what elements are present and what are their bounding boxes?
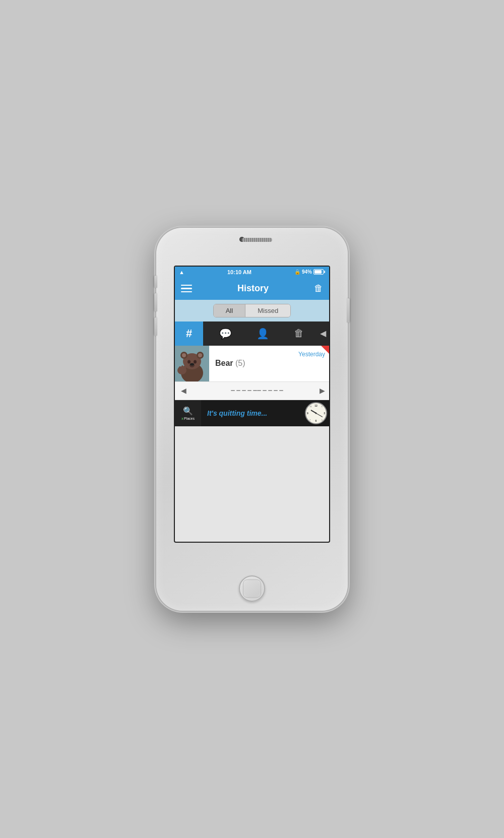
svg-point-6 [198, 353, 202, 357]
volume-up-button[interactable] [154, 293, 157, 311]
svg-rect-14 [184, 366, 186, 369]
ad-bar[interactable]: 🔍 x Places It's quitting time... 12 3 6 … [175, 400, 329, 426]
power-button[interactable] [347, 298, 350, 323]
speaker [242, 238, 272, 242]
filter-tab-missed[interactable]: Missed [245, 304, 290, 317]
logo-x: x [181, 417, 183, 420]
add-contact-icon[interactable]: 👤 [257, 328, 269, 340]
battery-icon [313, 269, 325, 275]
chevron-left-icon[interactable]: ◀ [320, 329, 329, 338]
contact-name-text: Bear [215, 359, 233, 367]
swipe-row: ◀ ▶ [175, 382, 329, 400]
svg-rect-13 [181, 365, 183, 369]
swipe-left-arrow: ◀ [181, 386, 186, 395]
nav-bar: History 🗑 [175, 278, 329, 300]
hash-icon[interactable]: # [175, 321, 203, 346]
volume-down-button[interactable] [154, 317, 157, 336]
contact-row[interactable]: Bear (5) Yesterday [175, 346, 329, 382]
svg-point-5 [182, 353, 186, 357]
action-icons: 💬 👤 🗑 [203, 328, 320, 340]
search-icon: 🔍 [183, 406, 193, 416]
mute-button[interactable] [154, 276, 157, 288]
screen: ▲ 10:10 AM 🔒 94% History [174, 266, 330, 543]
avatar [175, 346, 209, 382]
filter-tabs: All Missed [213, 304, 291, 317]
status-right: 🔒 94% [294, 269, 325, 275]
home-button[interactable] [239, 575, 265, 602]
svg-point-8 [194, 360, 197, 364]
page-title: History [237, 283, 269, 294]
status-left: ▲ [179, 269, 184, 275]
filter-tab-all[interactable]: All [214, 304, 245, 317]
places-logo: x Places [181, 417, 195, 420]
battery-percent: 94% [302, 269, 312, 275]
contact-name: Bear (5) [215, 359, 245, 367]
hamburger-menu-icon[interactable] [181, 285, 192, 293]
contact-count: (5) [235, 359, 245, 367]
phone-mockup: ▲ 10:10 AM 🔒 94% History [156, 228, 348, 611]
delete-icon[interactable]: 🗑 [294, 328, 304, 339]
clock-icon: 12 3 6 9 1 11 5 7 [305, 402, 327, 424]
logo-places: Places [184, 417, 195, 420]
swipe-right-arrow: ▶ [320, 386, 325, 395]
status-time: 10:10 AM [227, 269, 251, 275]
places-icon: 🔍 x Places [175, 400, 201, 426]
contact-date: Yesterday [298, 351, 325, 358]
ad-text: It's quitting time... [201, 409, 305, 417]
status-bar: ▲ 10:10 AM 🔒 94% [175, 267, 329, 278]
trash-icon[interactable]: 🗑 [314, 283, 323, 294]
svg-point-7 [187, 360, 191, 364]
svg-rect-12 [179, 366, 181, 369]
wifi-icon: ▲ [179, 269, 184, 275]
filter-bar: All Missed [175, 300, 329, 321]
bear-image [175, 346, 209, 382]
message-icon[interactable]: 💬 [219, 328, 232, 340]
svg-point-10 [190, 363, 194, 366]
lock-icon: 🔒 [294, 269, 300, 275]
home-button-inner [243, 579, 261, 598]
action-bar: # 💬 👤 🗑 ◀ [175, 321, 329, 346]
